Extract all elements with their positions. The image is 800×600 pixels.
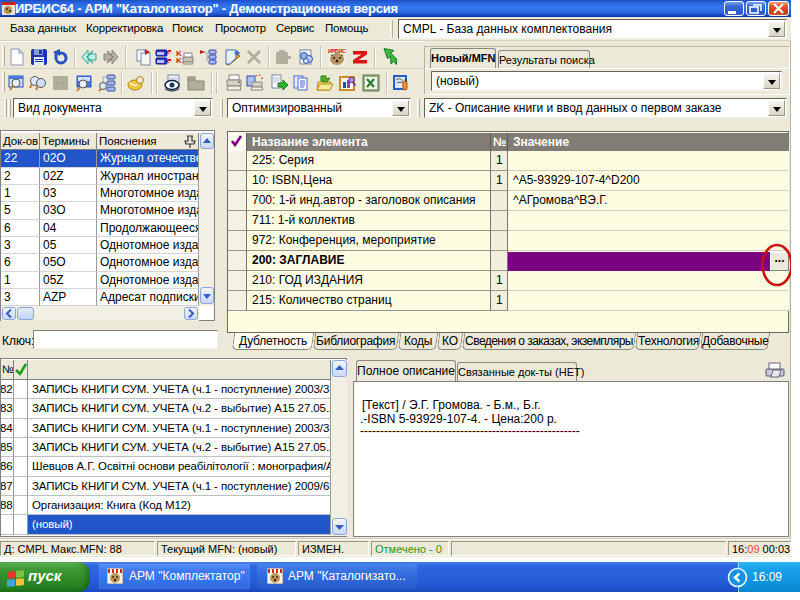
- svg-text:K: K: [176, 56, 182, 65]
